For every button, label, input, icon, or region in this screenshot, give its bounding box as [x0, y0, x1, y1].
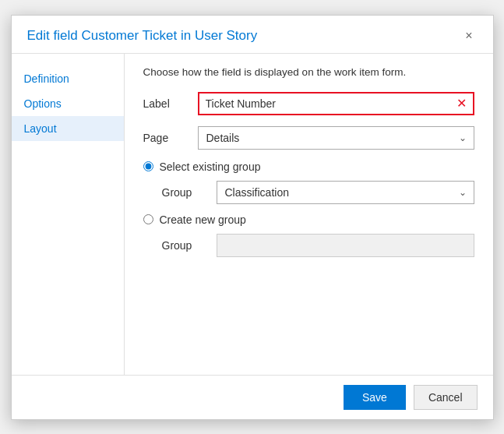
sidebar-item-options[interactable]: Options: [12, 91, 124, 116]
create-new-radio-row: Create new group: [143, 213, 474, 226]
instruction-text: Choose how the field is displayed on the…: [143, 66, 474, 78]
sidebar-item-layout[interactable]: Layout: [12, 116, 124, 141]
main-content: Choose how the field is displayed on the…: [125, 54, 493, 375]
select-existing-radio-row: Select existing group: [143, 161, 474, 173]
close-button[interactable]: ×: [460, 28, 477, 44]
sidebar-item-definition[interactable]: Definition: [12, 66, 124, 91]
page-row: Page Details ⌄: [143, 126, 474, 150]
dialog-header: Edit field Customer Ticket in User Story…: [12, 16, 493, 54]
new-group-field-label: Group: [162, 239, 217, 252]
label-row: Label ✕: [143, 92, 474, 115]
new-group-input: [217, 234, 474, 257]
select-existing-radio[interactable]: [143, 161, 153, 171]
dialog-body: Definition Options Layout Choose how the…: [12, 54, 493, 375]
page-select-wrapper: Details ⌄: [198, 126, 474, 150]
label-input-wrapper: ✕: [198, 92, 474, 115]
create-new-label[interactable]: Create new group: [160, 213, 246, 226]
page-field-label: Page: [143, 132, 198, 144]
edit-field-dialog: Edit field Customer Ticket in User Story…: [11, 15, 494, 420]
new-group-row: Group: [162, 234, 474, 257]
group-field-label: Group: [162, 186, 217, 199]
cancel-button[interactable]: Cancel: [414, 385, 478, 410]
dialog-footer: Save Cancel: [12, 375, 493, 419]
create-new-group-section: Create new group Group: [143, 213, 474, 257]
create-new-radio[interactable]: [143, 214, 153, 224]
group-select[interactable]: Classification: [217, 181, 474, 204]
dialog-title: Edit field Customer Ticket in User Story: [27, 28, 258, 44]
sidebar: Definition Options Layout: [12, 54, 125, 375]
save-button[interactable]: Save: [344, 385, 406, 410]
page-select[interactable]: Details: [198, 126, 474, 150]
group-select-wrapper: Classification ⌄: [217, 181, 474, 204]
label-field-label: Label: [143, 97, 198, 110]
label-input[interactable]: [199, 94, 473, 114]
select-existing-group-section: Select existing group Group Classificati…: [143, 161, 474, 204]
select-existing-label[interactable]: Select existing group: [160, 161, 261, 173]
group-row: Group Classification ⌄: [162, 181, 474, 204]
label-clear-button[interactable]: ✕: [455, 97, 468, 110]
